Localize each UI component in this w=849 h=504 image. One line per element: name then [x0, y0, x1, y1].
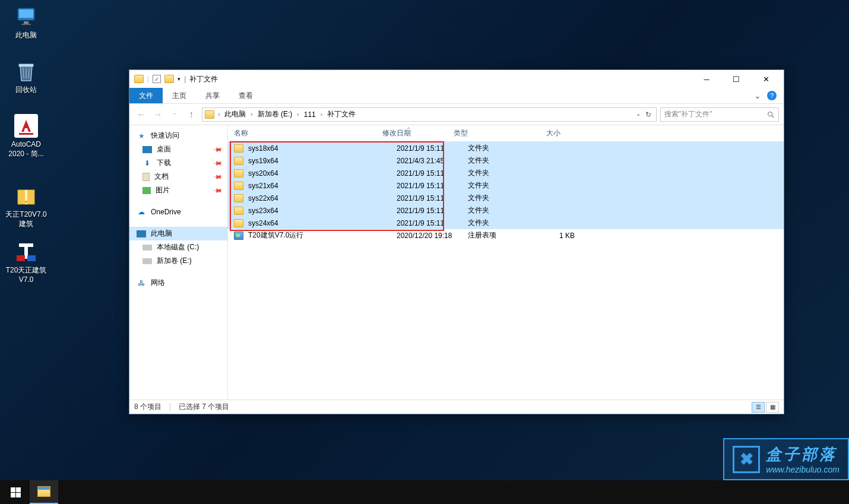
sidebar-desktop[interactable]: 桌面 📌	[129, 142, 227, 156]
minimize-button[interactable]: ─	[696, 72, 717, 86]
taskbar-explorer-button[interactable]	[30, 480, 58, 504]
sidebar-label: 本地磁盘 (C:)	[157, 242, 199, 252]
status-item-count: 8 个项目	[134, 402, 161, 412]
ribbon-expand-icon[interactable]: ⌄	[754, 91, 761, 100]
status-separator	[170, 403, 170, 411]
desktop-icon-label: 此电脑	[15, 31, 37, 40]
file-date: 2021/4/3 21:45	[397, 157, 468, 165]
file-date: 2021/1/9 15:11	[397, 144, 468, 153]
file-row[interactable]: sys20x642021/1/9 15:11文件夹	[228, 167, 784, 179]
sidebar-label: 下载	[157, 158, 171, 168]
file-type: 文件夹	[468, 193, 534, 203]
refresh-icon[interactable]: ↻	[645, 110, 651, 119]
help-icon[interactable]: ?	[767, 91, 777, 100]
maximize-button[interactable]: ☐	[726, 72, 747, 86]
desktop-icon-recycle-bin[interactable]: 回收站	[4, 59, 49, 95]
file-row[interactable]: sys18x642021/1/9 15:11文件夹	[228, 142, 784, 154]
sidebar-this-pc[interactable]: 此电脑	[129, 227, 227, 240]
sidebar-label: 图片	[156, 185, 170, 195]
svg-rect-14	[17, 255, 25, 261]
sidebar-documents[interactable]: 文档 📌	[129, 170, 227, 183]
address-bar[interactable]: › 此电脑 › 新加卷 (E:) › 111 › 补丁文件 ⌄ ↻	[202, 107, 657, 122]
nav-recent-dropdown[interactable]: ⌄	[167, 109, 182, 120]
download-icon: ⬇	[142, 159, 152, 168]
column-type[interactable]: 类型	[454, 128, 520, 138]
desktop-icon-label: AutoCAD 2020 - 简...	[8, 140, 43, 159]
file-name: sys19x64	[248, 157, 397, 165]
watermark-logo-icon: ✖	[733, 446, 760, 473]
column-name[interactable]: 名称	[234, 128, 382, 138]
sidebar-drive-e[interactable]: 新加卷 (E:)	[129, 254, 227, 268]
breadcrumb-segment[interactable]: 111	[300, 110, 319, 119]
file-row[interactable]: sys23x642021/1/9 15:11文件夹	[228, 204, 784, 217]
file-row[interactable]: sys24x642021/1/9 15:11文件夹	[228, 217, 784, 229]
desktop-icon-autocad[interactable]: AutoCAD 2020 - 简...	[4, 114, 49, 159]
address-dropdown-icon[interactable]: ⌄	[636, 110, 641, 119]
desktop-icon-this-pc[interactable]: 此电脑	[4, 5, 49, 40]
registry-icon	[234, 232, 243, 240]
tab-file[interactable]: 文件	[129, 88, 163, 103]
sidebar-onedrive[interactable]: ☁ OneDrive	[129, 205, 227, 218]
sidebar-downloads[interactable]: ⬇ 下载 📌	[129, 156, 227, 170]
breadcrumb-segment[interactable]: 新加卷 (E:)	[254, 109, 296, 119]
breadcrumb-segment[interactable]: 补丁文件	[324, 109, 359, 119]
breadcrumb-arrow[interactable]: ›	[251, 111, 252, 118]
file-type: 文件夹	[468, 205, 534, 215]
watermark-url: www.hezibuluo.com	[766, 465, 840, 474]
sidebar-drive-c[interactable]: 本地磁盘 (C:)	[129, 240, 227, 254]
drive-icon	[142, 245, 152, 251]
pin-icon: 📌	[213, 158, 223, 167]
file-date: 2021/1/9 15:11	[397, 169, 468, 177]
watermark-title: 盒子部落	[766, 444, 840, 465]
file-date: 2020/12/20 19:18	[397, 232, 468, 240]
document-icon	[142, 173, 150, 181]
tab-share[interactable]: 共享	[196, 88, 229, 103]
nav-up-button[interactable]: ↑	[184, 109, 198, 120]
file-date: 2021/1/9 15:11	[397, 182, 468, 190]
breadcrumb-arrow[interactable]: ›	[297, 111, 299, 118]
file-row[interactable]: sys19x642021/4/3 21:45文件夹	[228, 154, 784, 167]
window-title: 补丁文件	[189, 74, 218, 84]
picture-icon	[142, 187, 151, 194]
breadcrumb-arrow[interactable]: ›	[218, 111, 220, 118]
file-size: 1 KB	[534, 232, 582, 240]
sidebar-quick-access[interactable]: ★ 快速访问	[129, 129, 227, 142]
breadcrumb-arrow[interactable]: ›	[321, 111, 322, 118]
titlebar[interactable]: | ✓ ▾ | 补丁文件 ─ ☐ ✕	[129, 70, 784, 88]
watermark: ✖ 盒子部落 www.hezibuluo.com	[723, 438, 849, 480]
qat-checkbox[interactable]: ✓	[153, 75, 161, 83]
breadcrumb-segment[interactable]: 此电脑	[221, 109, 249, 119]
svg-rect-2	[24, 21, 28, 24]
svg-point-16	[768, 112, 772, 116]
column-size[interactable]: 大小	[520, 128, 568, 138]
sidebar-label: 文档	[154, 172, 169, 182]
taskbar	[0, 480, 849, 504]
view-details-button[interactable]: ☰	[752, 402, 765, 413]
file-name: T20建筑V7.0运行	[248, 230, 397, 240]
sidebar-network[interactable]: 🖧 网络	[129, 276, 227, 290]
svg-rect-1	[19, 9, 33, 18]
desktop-icon-t20-shortcut[interactable]: T20天正建筑 V7.0	[4, 240, 49, 284]
view-icons-button[interactable]: ▦	[766, 402, 779, 413]
svg-rect-8	[19, 133, 33, 135]
status-bar: 8 个项目 已选择 7 个项目 ☰ ▦	[129, 400, 784, 414]
nav-forward-button[interactable]: →	[151, 109, 165, 120]
file-row[interactable]: sys21x642021/1/9 15:11文件夹	[228, 179, 784, 192]
sidebar-label: 网络	[151, 278, 165, 288]
sidebar-pictures[interactable]: 图片 📌	[129, 183, 227, 197]
tab-view[interactable]: 查看	[229, 88, 262, 103]
folder-icon	[234, 219, 243, 227]
qat-dropdown[interactable]: ▾	[178, 76, 180, 82]
folder-icon	[134, 75, 144, 83]
file-row[interactable]: sys22x642021/1/9 15:11文件夹	[228, 192, 784, 204]
nav-back-button[interactable]: ←	[134, 109, 148, 120]
search-input[interactable]: 搜索"补丁文件"	[660, 107, 779, 122]
file-row[interactable]: T20建筑V7.0运行2020/12/20 19:18注册表项1 KB	[228, 229, 784, 242]
monitor-small-icon	[137, 230, 146, 237]
column-date[interactable]: 修改日期	[382, 128, 454, 138]
autocad-icon	[14, 114, 38, 138]
start-button[interactable]	[1, 480, 30, 504]
close-button[interactable]: ✕	[755, 72, 777, 86]
tab-home[interactable]: 主页	[163, 88, 196, 103]
desktop-icon-t20-folder[interactable]: 天正T20V7.0 建筑	[4, 184, 49, 229]
